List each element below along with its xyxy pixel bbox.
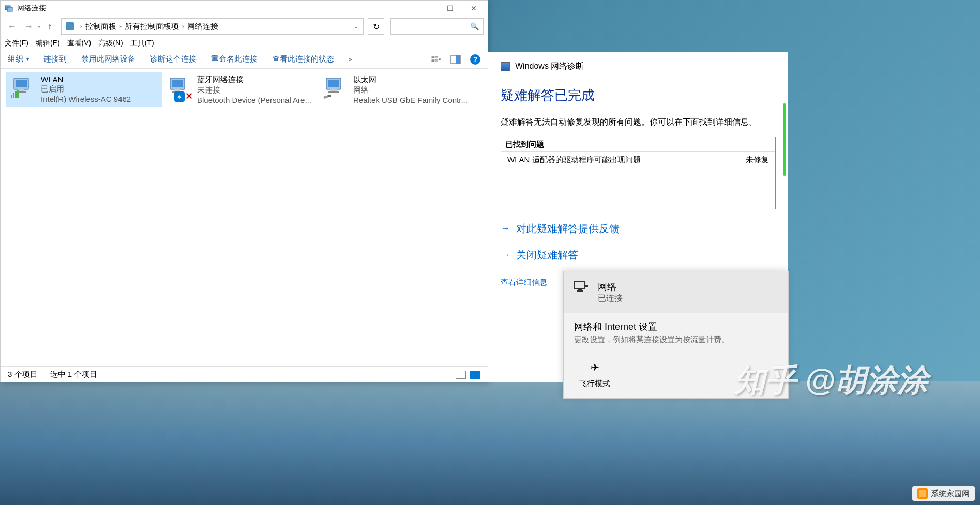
svg-rect-3	[435, 56, 438, 57]
view-details-link[interactable]: 查看详细信息	[501, 278, 547, 287]
network-name: 网络	[598, 281, 623, 293]
svg-rect-7	[435, 61, 438, 62]
breadcrumb: › 控制面板 › 所有控制面板项 › 网络连接	[77, 22, 354, 32]
flyout-settings-link[interactable]: 网络和 Internet 设置 更改设置，例如将某连接设置为按流量计费。	[564, 313, 788, 352]
airplane-mode-tile[interactable]: ✈ 飞行模式	[564, 356, 626, 394]
arrow-right-icon: →	[501, 223, 510, 234]
feedback-link[interactable]: → 对此疑难解答提供反馈	[501, 222, 776, 236]
chevron-right-icon: ›	[182, 23, 184, 30]
menubar: 文件(F) 编辑(E) 查看(V) 高级(N) 工具(T)	[1, 37, 488, 50]
menu-advanced[interactable]: 高级(N)	[98, 39, 123, 48]
address-bar[interactable]: › 控制面板 › 所有控制面板项 › 网络连接 ⌄	[61, 18, 364, 35]
airplane-label: 飞行模式	[579, 379, 610, 389]
search-box[interactable]: 🔍	[390, 18, 484, 35]
help-icon[interactable]: ?	[470, 54, 480, 65]
menu-file[interactable]: 文件(F)	[5, 39, 28, 48]
connection-device: Intel(R) Wireless-AC 9462	[41, 95, 131, 103]
svg-rect-5	[432, 59, 434, 62]
toolbar: 组织 连接到 禁用此网络设备 诊断这个连接 重命名此连接 查看此连接的状态 » …	[1, 50, 488, 69]
titlebar[interactable]: 网络连接 — ☐ ✕	[1, 1, 488, 16]
svg-rect-25	[328, 91, 339, 93]
connection-device: Bluetooth Device (Personal Are...	[197, 96, 311, 104]
connection-bluetooth[interactable]: ✕ ∗ 蓝牙网络连接 未连接 Bluetooth Device (Persona…	[162, 72, 318, 107]
network-status: 已连接	[598, 293, 623, 304]
history-dropdown-icon[interactable]: ▾	[38, 24, 40, 29]
forward-button[interactable]: →	[21, 19, 36, 34]
window-title: 网络连接	[17, 4, 414, 13]
svg-rect-26	[328, 95, 331, 97]
up-button[interactable]: ↑	[42, 19, 57, 34]
svg-rect-16	[15, 91, 17, 98]
svg-rect-30	[585, 285, 588, 287]
menu-edit[interactable]: 编辑(E)	[36, 39, 60, 48]
svg-rect-29	[577, 290, 583, 292]
details-view-icon[interactable]	[456, 371, 466, 379]
tool-rename[interactable]: 重命名此连接	[211, 54, 258, 64]
connection-status: 未连接	[197, 85, 311, 95]
tool-organize[interactable]: 组织	[8, 54, 29, 64]
view-options-icon[interactable]: ▾	[431, 54, 441, 65]
airplane-icon: ✈	[591, 361, 599, 374]
menu-tools[interactable]: 工具(T)	[130, 39, 154, 48]
status-selection: 选中 1 个项目	[50, 370, 98, 379]
problem-row[interactable]: WLAN 适配器的驱动程序可能出现问题 未修复	[501, 152, 775, 168]
chevron-right-icon: ›	[119, 23, 122, 30]
monitor-icon	[574, 281, 589, 292]
svg-rect-19	[172, 80, 183, 87]
svg-rect-4	[435, 58, 438, 58]
panel-header-text: Windows 网络诊断	[515, 61, 584, 72]
tool-connect[interactable]: 连接到	[43, 54, 67, 64]
chevron-right-icon: ›	[80, 23, 82, 30]
crumb-control-panel[interactable]: 控制面板	[85, 22, 116, 32]
close-button[interactable]: ✕	[462, 1, 486, 16]
toolbar-overflow[interactable]: »	[349, 56, 352, 63]
menu-view[interactable]: 查看(V)	[67, 39, 92, 48]
svg-rect-28	[578, 289, 582, 290]
problems-list: 已找到问题 WLAN 适配器的驱动程序可能出现问题 未修复	[501, 137, 776, 209]
svg-rect-6	[435, 59, 438, 60]
arrow-right-icon: →	[501, 250, 510, 261]
ethernet-icon	[322, 75, 348, 101]
back-button[interactable]: ←	[5, 19, 19, 34]
flyout-current-network[interactable]: 网络 已连接	[564, 271, 788, 313]
tool-diagnose[interactable]: 诊断这个连接	[150, 54, 197, 64]
crumb-all-items[interactable]: 所有控制面板项	[125, 22, 179, 32]
problem-text: WLAN 适配器的驱动程序可能出现问题	[507, 155, 641, 165]
panel-description: 疑难解答无法自动修复发现的所有问题。你可以在下面找到详细信息。	[501, 117, 776, 128]
minimize-button[interactable]: —	[414, 1, 438, 16]
network-flyout: 网络 已连接 网络和 Internet 设置 更改设置，例如将某连接设置为按流量…	[563, 271, 789, 399]
panel-header: Windows 网络诊断	[501, 61, 776, 72]
crumb-network[interactable]: 网络连接	[187, 22, 218, 32]
address-dropdown-icon[interactable]: ⌄	[354, 23, 359, 30]
refresh-button[interactable]: ↻	[368, 18, 384, 35]
maximize-button[interactable]: ☐	[438, 1, 462, 16]
connection-status: 网络	[353, 85, 468, 95]
svg-rect-1	[7, 7, 12, 11]
disabled-badge-icon: ✕	[185, 90, 193, 102]
navigation-row: ← → ▾ ↑ › 控制面板 › 所有控制面板项 › 网络连接 ⌄ ↻ 🔍	[1, 16, 488, 37]
connection-name: 以太网	[353, 75, 468, 85]
tool-status[interactable]: 查看此连接的状态	[272, 54, 334, 64]
connection-device: Realtek USB GbE Family Contr...	[353, 96, 468, 104]
svg-rect-14	[11, 95, 12, 98]
tiles-view-icon[interactable]	[470, 371, 480, 379]
connection-name: 蓝牙网络连接	[197, 75, 311, 85]
diagnostic-icon	[501, 62, 510, 71]
connection-wlan[interactable]: WLAN 已启用 Intel(R) Wireless-AC 9462	[6, 72, 162, 107]
scroll-indicator[interactable]	[783, 103, 786, 176]
preview-pane-icon[interactable]	[450, 54, 461, 65]
tool-disable[interactable]: 禁用此网络设备	[81, 54, 135, 64]
close-troubleshooter-link[interactable]: → 关闭疑难解答	[501, 248, 776, 262]
search-icon: 🔍	[470, 22, 479, 30]
statusbar: 3 个项目 选中 1 个项目	[1, 366, 488, 382]
site-logo-icon	[917, 488, 928, 499]
flyout-tiles: ✈ 飞行模式	[564, 352, 788, 398]
network-connections-window: 网络连接 — ☐ ✕ ← → ▾ ↑ › 控制面板 › 所有控制面板项 › 网络…	[0, 0, 488, 382]
svg-rect-12	[18, 89, 24, 91]
problem-status: 未修复	[746, 155, 769, 165]
svg-rect-9	[456, 55, 460, 64]
connection-status: 已启用	[41, 84, 131, 94]
address-icon	[66, 22, 74, 30]
svg-rect-23	[328, 80, 339, 87]
connection-ethernet[interactable]: 以太网 网络 Realtek USB GbE Family Contr...	[318, 72, 474, 107]
